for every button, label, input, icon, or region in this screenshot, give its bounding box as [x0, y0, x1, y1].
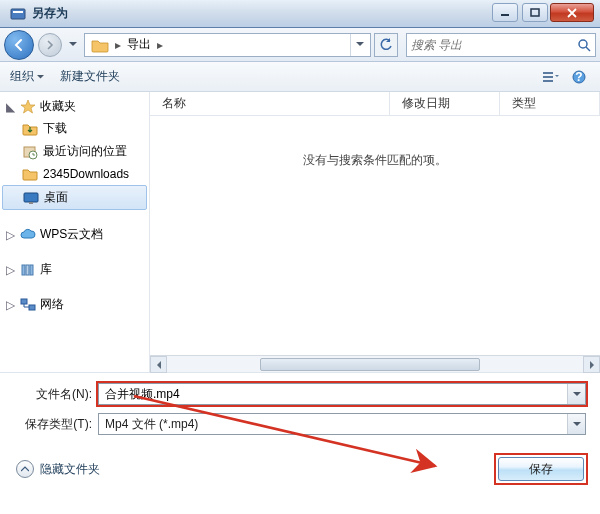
scroll-left-button[interactable]: [150, 356, 167, 373]
network-group[interactable]: ▷ 网络: [0, 294, 149, 315]
chevron-right-icon: ▷: [6, 263, 16, 277]
footer: 隐藏文件夹 保存: [0, 447, 600, 495]
sidebar-item-desktop[interactable]: 桌面: [2, 185, 147, 210]
wps-group[interactable]: ▷ WPS云文档: [0, 224, 149, 245]
desktop-icon: [23, 190, 39, 206]
star-icon: [20, 99, 36, 115]
empty-message: 没有与搜索条件匹配的项。: [150, 152, 600, 169]
forward-button[interactable]: [38, 33, 62, 57]
filetype-field[interactable]: Mp4 文件 (*.mp4): [98, 413, 586, 435]
navigation-pane: ◣ 收藏夹 下载 最近访问的位置 2345Downloads 桌面: [0, 92, 150, 372]
title-bar: 另存为: [0, 0, 600, 28]
refresh-button[interactable]: [374, 33, 398, 57]
svg-rect-8: [543, 80, 553, 82]
column-name[interactable]: 名称: [150, 92, 390, 115]
body-area: ◣ 收藏夹 下载 最近访问的位置 2345Downloads 桌面: [0, 92, 600, 372]
svg-rect-1: [13, 11, 23, 13]
svg-rect-3: [531, 9, 539, 16]
svg-rect-19: [29, 305, 35, 310]
disclosure-icon: ◣: [6, 100, 16, 114]
svg-line-5: [586, 47, 590, 51]
filetype-label: 保存类型(T):: [14, 416, 98, 433]
maximize-button[interactable]: [522, 3, 548, 22]
column-type[interactable]: 类型: [500, 92, 600, 115]
view-options-button[interactable]: [540, 66, 562, 88]
window-title: 另存为: [32, 5, 68, 22]
filetype-dropdown[interactable]: [567, 414, 585, 434]
favorites-label: 收藏夹: [40, 98, 76, 115]
column-modified[interactable]: 修改日期: [390, 92, 500, 115]
download-icon: [22, 121, 38, 137]
file-list-view: 名称 修改日期 类型 没有与搜索条件匹配的项。: [150, 92, 600, 372]
search-icon[interactable]: [573, 38, 595, 52]
filename-dropdown[interactable]: [567, 384, 585, 404]
chevron-right-icon[interactable]: ▸: [155, 38, 165, 52]
filename-input[interactable]: [99, 387, 567, 401]
svg-rect-16: [26, 265, 29, 275]
breadcrumb-item[interactable]: 导出: [123, 34, 155, 56]
address-dropdown[interactable]: [350, 34, 368, 56]
recent-icon: [22, 144, 38, 160]
column-headers: 名称 修改日期 类型: [150, 92, 600, 116]
favorites-group[interactable]: ◣ 收藏夹: [0, 96, 149, 117]
save-button[interactable]: 保存: [498, 457, 584, 481]
svg-rect-18: [21, 299, 27, 304]
address-bar[interactable]: ▸ 导出 ▸: [84, 33, 371, 57]
folder-icon: [91, 37, 109, 53]
save-form: 文件名(N): 保存类型(T): Mp4 文件 (*.mp4): [0, 373, 600, 447]
history-dropdown[interactable]: [66, 33, 80, 57]
hide-folders-toggle[interactable]: 隐藏文件夹: [16, 460, 100, 478]
minimize-button[interactable]: [492, 3, 518, 22]
back-button[interactable]: [4, 30, 34, 60]
filename-field[interactable]: [98, 383, 586, 405]
help-button[interactable]: ?: [568, 66, 590, 88]
folder-icon: [22, 166, 38, 182]
chevron-right-icon[interactable]: ▸: [113, 38, 123, 52]
organize-menu[interactable]: 组织: [10, 68, 44, 85]
svg-rect-0: [11, 9, 25, 19]
search-input[interactable]: [407, 38, 573, 52]
chevron-up-icon: [16, 460, 34, 478]
app-icon: [10, 6, 26, 22]
scrollbar-thumb[interactable]: [260, 358, 480, 371]
chevron-right-icon: ▷: [6, 228, 16, 242]
svg-rect-17: [30, 265, 33, 275]
sidebar-item-recent[interactable]: 最近访问的位置: [0, 140, 149, 163]
libraries-group[interactable]: ▷ 库: [0, 259, 149, 280]
network-icon: [20, 297, 36, 313]
svg-rect-7: [543, 76, 553, 78]
library-icon: [20, 262, 36, 278]
sidebar-item-downloads[interactable]: 下载: [0, 117, 149, 140]
search-box[interactable]: [406, 33, 596, 57]
close-button[interactable]: [550, 3, 594, 22]
new-folder-button[interactable]: 新建文件夹: [60, 68, 120, 85]
sidebar-item-2345[interactable]: 2345Downloads: [0, 163, 149, 185]
file-list-body[interactable]: 没有与搜索条件匹配的项。: [150, 116, 600, 355]
svg-rect-13: [24, 193, 38, 202]
horizontal-scrollbar[interactable]: [150, 355, 600, 372]
svg-rect-15: [22, 265, 25, 275]
filetype-value: Mp4 文件 (*.mp4): [99, 416, 567, 433]
svg-point-4: [579, 40, 587, 48]
chevron-right-icon: ▷: [6, 298, 16, 312]
toolbar: 组织 新建文件夹 ?: [0, 62, 600, 92]
filename-label: 文件名(N):: [14, 386, 98, 403]
cloud-icon: [20, 227, 36, 243]
svg-text:?: ?: [575, 70, 582, 84]
scroll-right-button[interactable]: [583, 356, 600, 373]
navigation-bar: ▸ 导出 ▸: [0, 28, 600, 62]
svg-rect-14: [29, 202, 33, 204]
svg-rect-6: [543, 72, 553, 74]
